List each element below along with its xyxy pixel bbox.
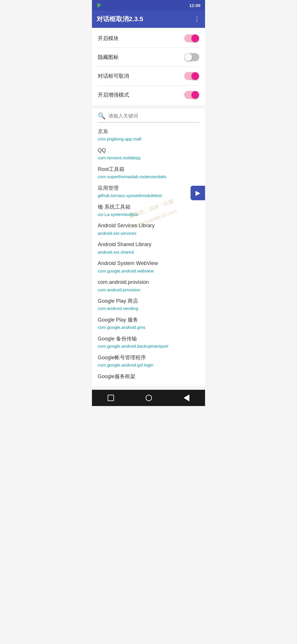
app-package: android.ext.shared — [98, 249, 199, 257]
app-name: Google Play 商店 — [98, 294, 199, 305]
app-package: com.android.vending — [98, 305, 199, 313]
app-name: 镬·系统工具箱 — [98, 200, 199, 211]
app-package: com.android.provision — [98, 286, 199, 295]
app-title: 对话框取消2.3.5 — [97, 15, 143, 24]
toggle-thumb-dialog-cancelable — [191, 72, 199, 80]
app-name: Google Play 服务 — [98, 313, 199, 324]
list-item[interactable]: Google服务框架 — [98, 370, 199, 380]
app-name: Root工具箱 — [98, 163, 199, 173]
toggle-enhanced-mode[interactable] — [184, 91, 199, 99]
app-package: xzr.La.systemtoolbox — [98, 211, 199, 219]
app-name: Android System WebView — [98, 257, 199, 267]
app-list: 京东 com.jingdong.app.mall QQ com.tencent.… — [92, 122, 205, 386]
setting-enhanced-mode: 开启增强模式 — [92, 86, 205, 104]
toggle-dialog-cancelable[interactable] — [184, 72, 199, 80]
status-bar: 11:00 — [92, 0, 205, 10]
list-item[interactable]: Root工具箱 com.superthomaslab.rootessential… — [98, 163, 199, 181]
list-item[interactable]: 应用管理 github.tornaco.xposedmoduletest — [98, 181, 199, 200]
status-bar-left — [97, 2, 102, 8]
setting-dialog-cancelable: 对话框可取消 — [92, 67, 205, 85]
app-name: Android Shared Library — [98, 238, 199, 248]
search-row: 🔍 — [98, 112, 199, 122]
setting-enable-module-label: 开启模块 — [98, 35, 119, 42]
list-item[interactable]: Android Shared Library android.ext.share… — [98, 238, 199, 257]
app-name: Google帐号管理程序 — [98, 351, 199, 362]
settings-section: 开启模块 隐藏图标 对话框可取消 开启增强模式 — [92, 28, 205, 105]
toggle-thumb-enhanced-mode — [191, 91, 199, 99]
nav-home-button[interactable] — [146, 395, 152, 401]
toggle-thumb-enable-module — [191, 35, 199, 42]
play-protect-icon — [97, 2, 102, 8]
setting-enable-module: 开启模块 — [92, 29, 205, 48]
fab-button[interactable]: ▶ — [191, 186, 205, 200]
list-item[interactable]: Google 备份传输 com.google.android.backuptra… — [98, 332, 199, 351]
fab-icon: ▶ — [195, 189, 200, 197]
list-item[interactable]: Android System WebView com.google.androi… — [98, 257, 199, 275]
app-package: com.google.android.gms — [98, 324, 199, 332]
app-package: com.superthomaslab.rootessentials — [98, 173, 199, 181]
app-name: QQ — [98, 144, 199, 154]
app-package: com.google.android.backuptransport — [98, 343, 199, 351]
app-name: Android Services Library — [98, 219, 199, 230]
more-menu-button[interactable]: ⋮ — [194, 16, 200, 22]
list-item[interactable]: Google Play 商店 com.android.vending — [98, 294, 199, 313]
list-item[interactable]: Google帐号管理程序 com.google.android.gsf.logi… — [98, 351, 199, 370]
nav-back-button[interactable] — [184, 394, 189, 401]
app-name: com.android.provision — [98, 275, 199, 286]
app-package: com.jingdong.app.mall — [98, 136, 199, 144]
app-name: Google 备份传输 — [98, 332, 199, 343]
search-section: 🔍 — [92, 109, 205, 122]
app-package: com.tencent.mobileqq — [98, 154, 199, 163]
list-item[interactable]: Android Services Library android.ext.ser… — [98, 219, 199, 238]
list-item[interactable]: com.android.provision com.android.provis… — [98, 275, 199, 294]
list-item[interactable]: 镬·系统工具箱 xzr.La.systemtoolbox — [98, 200, 199, 219]
toggle-enable-module[interactable] — [184, 34, 199, 42]
toggle-thumb-hide-icon — [184, 53, 192, 61]
app-name: 应用管理 — [98, 181, 199, 192]
app-name: 京东 — [98, 125, 199, 136]
list-item[interactable]: Google Play 服务 com.google.android.gms — [98, 313, 199, 332]
list-item[interactable]: 京东 com.jingdong.app.mall — [98, 125, 199, 144]
status-bar-time: 11:00 — [189, 3, 200, 8]
app-package: com.google.android.webview — [98, 268, 199, 276]
app-package: android.ext.services — [98, 230, 199, 238]
setting-hide-icon-label: 隐藏图标 — [98, 54, 119, 61]
list-item[interactable]: QQ com.tencent.mobileqq — [98, 144, 199, 163]
app-package: com.google.android.gsf.login — [98, 362, 199, 370]
toggle-hide-icon[interactable] — [184, 53, 199, 61]
search-icon: 🔍 — [98, 112, 106, 120]
setting-dialog-cancelable-label: 对话框可取消 — [98, 73, 129, 80]
app-bar: 对话框取消2.3.5 ⋮ — [92, 10, 205, 28]
search-input[interactable] — [108, 113, 199, 119]
nav-bar — [92, 390, 205, 406]
app-package: github.tornaco.xposedmoduletest — [98, 192, 199, 200]
app-name: Google服务框架 — [98, 370, 199, 380]
nav-recent-button[interactable] — [108, 395, 114, 401]
setting-enhanced-mode-label: 开启增强模式 — [98, 91, 129, 98]
setting-hide-icon: 隐藏图标 — [92, 48, 205, 66]
